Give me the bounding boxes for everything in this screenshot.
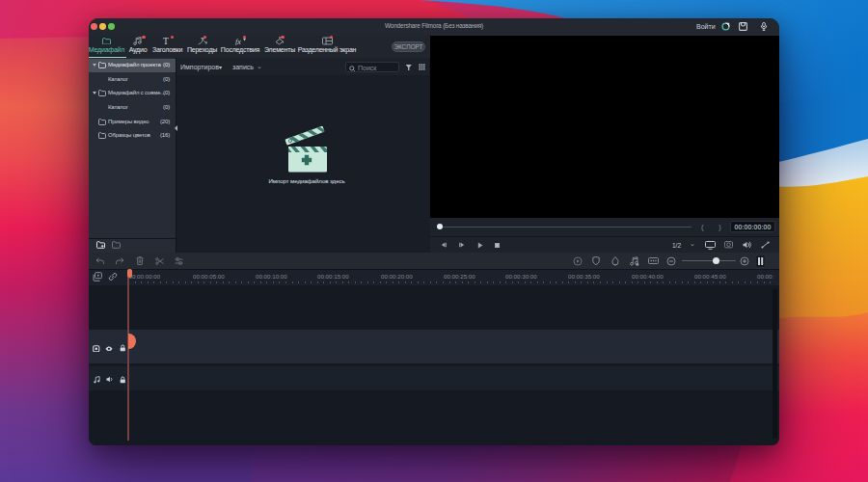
svg-text:fx: fx [235,38,241,46]
